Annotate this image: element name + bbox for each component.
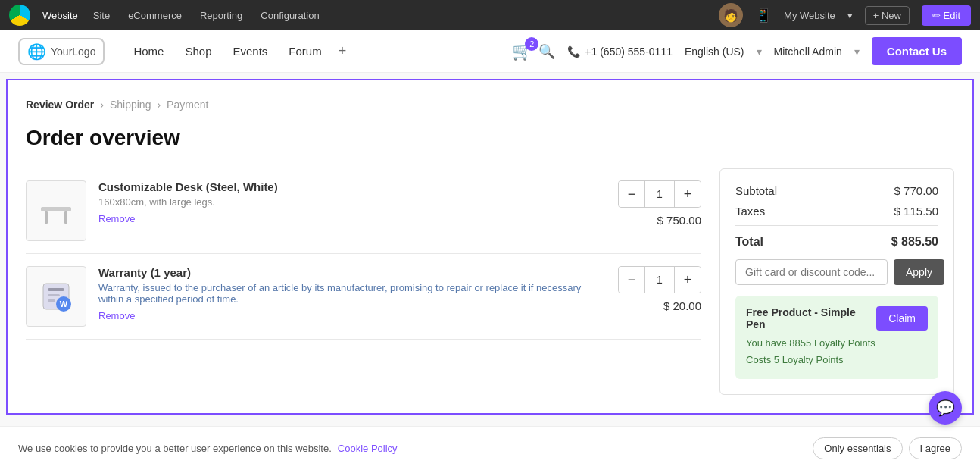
loyalty-card-header: Free Product - Simple Pen Claim <box>746 306 928 335</box>
svg-rect-1 <box>45 212 48 224</box>
svg-rect-5 <box>48 294 60 296</box>
total-label: Total <box>735 235 763 249</box>
apply-button[interactable]: Apply <box>894 259 944 285</box>
admin-bar: Website Site eCommerce Reporting Configu… <box>0 0 980 30</box>
qty-value-warranty: 1 <box>644 267 675 293</box>
nav-links: Home Shop Events Forum + <box>123 30 352 73</box>
taxes-row: Taxes $ 115.50 <box>735 205 938 218</box>
svg-rect-2 <box>64 212 67 224</box>
my-website-link[interactable]: My Website <box>784 10 835 21</box>
item-image-warranty: W <box>26 266 86 327</box>
cart-wrap[interactable]: 🛒 2 <box>512 42 532 61</box>
total-row: Total $ 885.50 <box>735 225 938 249</box>
globe-icon: 🌐 <box>27 42 46 61</box>
subtotal-label: Subtotal <box>735 184 777 197</box>
user-menu[interactable]: Mitchell Admin <box>774 45 842 58</box>
breadcrumb-sep-2: › <box>157 99 161 111</box>
logo-area: 🌐 YourLogo <box>18 38 105 65</box>
admin-app-name[interactable]: Website <box>42 10 78 21</box>
avatar[interactable]: 🧑 <box>719 3 743 27</box>
item-name-desk: Customizable Desk (Steel, White) <box>98 180 606 193</box>
nav-forum[interactable]: Forum <box>278 30 332 73</box>
search-icon[interactable]: 🔍 <box>538 43 555 60</box>
subtotal-row: Subtotal $ 770.00 <box>735 184 938 197</box>
language-selector[interactable]: English (US) <box>685 45 744 58</box>
summary-panel: Subtotal $ 770.00 Taxes $ 115.50 Total $… <box>719 168 954 395</box>
admin-menu-ecommerce[interactable]: eCommerce <box>125 10 185 21</box>
table-row: Customizable Desk (Steel, White) 160x80c… <box>26 168 701 254</box>
order-layout: Customizable Desk (Steel, White) 160x80c… <box>26 168 954 395</box>
table-row: W Warranty (1 year) Warranty, issued to … <box>26 254 701 340</box>
qty-decrease-desk[interactable]: − <box>619 181 644 207</box>
admin-menu-reporting[interactable]: Reporting <box>197 10 245 21</box>
item-desc-desk: 160x80cm, with large legs. <box>98 196 606 208</box>
loyalty-points-line1: You have 8855 Loyalty Points <box>746 335 928 352</box>
loyalty-card: Free Product - Simple Pen Claim You have… <box>735 296 938 379</box>
item-image-desk <box>26 180 86 241</box>
item-details-warranty: Warranty (1 year) Warranty, issued to th… <box>98 266 606 321</box>
order-items-list: Customizable Desk (Steel, White) 160x80c… <box>26 168 701 395</box>
edit-button[interactable]: ✏ Edit <box>922 5 971 26</box>
page-title: Order overview <box>26 126 954 150</box>
remove-warranty-button[interactable]: Remove <box>98 310 135 321</box>
svg-text:W: W <box>60 299 68 309</box>
qty-control-warranty: − 1 + <box>618 266 701 293</box>
nav-events[interactable]: Events <box>223 30 279 73</box>
qty-increase-desk[interactable]: + <box>675 181 701 207</box>
breadcrumb-step-1: Review Order <box>26 99 94 111</box>
user-chevron[interactable]: ▾ <box>854 45 860 58</box>
taxes-label: Taxes <box>735 205 765 218</box>
breadcrumb-step-2: Shipping <box>110 99 151 111</box>
item-name-warranty: Warranty (1 year) <box>98 266 606 279</box>
phone-number: +1 (650) 555-0111 <box>585 45 673 58</box>
phone-area: 📞 +1 (650) 555-0111 <box>567 45 673 58</box>
qty-value-desk: 1 <box>644 181 675 207</box>
item-price-warranty: $ 20.00 <box>663 299 701 312</box>
svg-rect-4 <box>48 288 64 291</box>
warranty-product-image: W <box>37 277 75 315</box>
admin-menu-configuration[interactable]: Configuration <box>257 10 322 21</box>
admin-menu-site[interactable]: Site <box>90 10 113 21</box>
claim-button[interactable]: Claim <box>876 306 928 331</box>
item-right-warranty: − 1 + $ 20.00 <box>618 266 701 312</box>
svg-rect-6 <box>48 299 55 302</box>
item-desc-warranty: Warranty, issued to the purchaser of an … <box>98 282 606 305</box>
contact-us-button[interactable]: Contact Us <box>872 37 962 65</box>
qty-decrease-warranty[interactable]: − <box>619 267 644 293</box>
site-nav: 🌐 YourLogo Home Shop Events Forum + 🛒 2 … <box>0 30 980 73</box>
total-value: $ 885.50 <box>891 235 938 249</box>
nav-home[interactable]: Home <box>123 30 174 73</box>
item-right-desk: − 1 + $ 750.00 <box>618 180 701 227</box>
odoo-logo <box>9 5 30 26</box>
breadcrumb-step-3: Payment <box>167 99 208 111</box>
phone-icon: 📞 <box>567 45 580 58</box>
taxes-value: $ 115.50 <box>894 205 938 218</box>
item-price-desk: $ 750.00 <box>657 214 701 227</box>
remove-desk-button[interactable]: Remove <box>98 213 135 224</box>
site-logo[interactable]: 🌐 YourLogo <box>18 38 105 65</box>
chat-bubble[interactable]: 💬 <box>929 391 962 421</box>
device-icon[interactable]: 📱 <box>755 7 772 24</box>
qty-increase-warranty[interactable]: + <box>675 267 701 293</box>
breadcrumb-sep-1: › <box>100 99 104 111</box>
loyalty-points-line2: Costs 5 Loyalty Points <box>746 352 928 368</box>
discount-row: Apply <box>735 259 938 285</box>
new-button[interactable]: + New <box>865 6 910 25</box>
item-details-desk: Customizable Desk (Steel, White) 160x80c… <box>98 180 606 224</box>
nav-shop[interactable]: Shop <box>174 30 222 73</box>
main-content: Review Order › Shipping › Payment Order … <box>6 79 974 415</box>
loyalty-points-info: You have 8855 Loyalty Points Costs 5 Loy… <box>746 335 928 368</box>
subtotal-value: $ 770.00 <box>894 184 938 197</box>
nav-add-icon[interactable]: + <box>332 43 353 59</box>
lang-chevron[interactable]: ▾ <box>757 45 762 58</box>
qty-control-desk: − 1 + <box>618 180 701 208</box>
logo-text: YourLogo <box>51 45 95 58</box>
desk-product-image <box>37 192 75 230</box>
loyalty-product-name: Free Product - Simple Pen <box>746 306 876 331</box>
discount-code-input[interactable] <box>735 259 888 285</box>
my-website-chevron[interactable]: ▾ <box>847 10 853 21</box>
cart-badge: 2 <box>525 37 538 51</box>
breadcrumb: Review Order › Shipping › Payment <box>26 99 954 111</box>
chat-icon: 💬 <box>936 399 955 417</box>
svg-rect-0 <box>41 207 71 212</box>
